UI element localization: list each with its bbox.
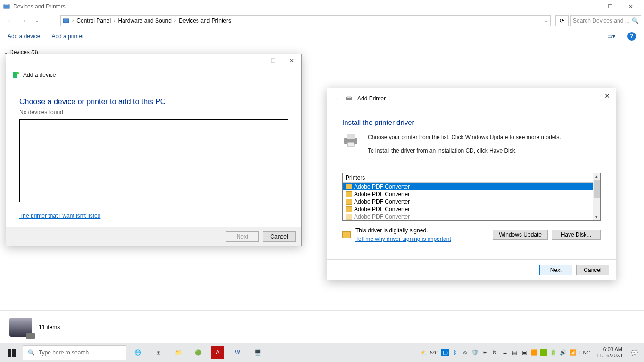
instruction-line-1: Choose your printer from the list. Click… bbox=[368, 133, 561, 142]
tray-icon[interactable]: ▤ bbox=[511, 349, 518, 356]
device-list[interactable] bbox=[19, 119, 288, 202]
chevron-right-icon: › bbox=[72, 18, 74, 23]
dialog-body: Choose a device or printer to add to thi… bbox=[6, 79, 301, 227]
news-widget-icon[interactable]: 🌐 bbox=[128, 343, 147, 362]
printer-item[interactable]: Adobe PDF Converter bbox=[343, 213, 593, 220]
weather-widget[interactable]: ⛅ 6°C bbox=[421, 350, 438, 356]
devices-printers-icon bbox=[3, 3, 10, 10]
security-icon[interactable]: 🛡️ bbox=[471, 349, 479, 356]
next-button: Next bbox=[226, 231, 259, 242]
refresh-button[interactable]: ⟳ bbox=[555, 15, 569, 26]
svg-rect-6 bbox=[347, 96, 351, 98]
printers-listbox[interactable]: Printers Adobe PDF Converter Adobe PDF C… bbox=[342, 173, 601, 221]
sync-icon[interactable]: ↻ bbox=[491, 349, 498, 356]
driver-signing-link[interactable]: Tell me why driver signing is important bbox=[355, 236, 451, 242]
printer-item[interactable]: Adobe PDF Converter bbox=[343, 198, 593, 206]
printer-item[interactable]: Adobe PDF Converter bbox=[343, 183, 593, 190]
up-button[interactable]: ↑ bbox=[44, 15, 56, 26]
taskbar-search[interactable]: 🔍 Type here to search bbox=[23, 345, 126, 360]
certificate-icon bbox=[342, 231, 351, 238]
search-input[interactable]: Search Devices and ... 🔍 bbox=[570, 15, 641, 26]
minimize-button[interactable]: ─ bbox=[579, 0, 600, 13]
svg-rect-3 bbox=[13, 72, 17, 78]
scroll-down-button[interactable]: ▾ bbox=[593, 214, 600, 220]
search-placeholder: Search Devices and ... bbox=[573, 17, 630, 24]
notifications-button[interactable]: 💬 bbox=[628, 343, 641, 362]
dialog-label-row: Add a device bbox=[6, 67, 301, 79]
dialog-footer: Next Cancel bbox=[327, 259, 616, 280]
window-controls: ─ ☐ ✕ bbox=[579, 0, 641, 13]
battery-icon[interactable]: 🔋 bbox=[549, 349, 557, 356]
word-icon[interactable]: W bbox=[228, 343, 247, 362]
onedrive-icon[interactable]: ☁ bbox=[501, 349, 508, 356]
window-title: Devices and Printers bbox=[13, 3, 579, 10]
dialog-close-button[interactable]: ✕ bbox=[604, 92, 610, 99]
back-button[interactable]: ← bbox=[5, 15, 16, 26]
dialog-subtext: No devices found bbox=[19, 109, 288, 115]
svg-rect-9 bbox=[347, 142, 354, 146]
file-explorer-icon[interactable]: 📁 bbox=[169, 343, 188, 362]
cancel-button[interactable]: Cancel bbox=[263, 231, 296, 242]
breadcrumb-item[interactable]: Control Panel bbox=[76, 17, 111, 24]
next-button[interactable]: Next bbox=[539, 265, 572, 275]
scroll-up-button[interactable]: ▴ bbox=[593, 173, 600, 180]
window-titlebar: Devices and Printers ─ ☐ ✕ bbox=[0, 0, 644, 13]
printer-item[interactable]: Adobe PDF Converter bbox=[343, 190, 593, 198]
breadcrumb-item[interactable]: Hardware and Sound bbox=[118, 17, 171, 24]
dialog-heading: Choose a device or printer to add to thi… bbox=[19, 98, 288, 106]
control-panel-icon[interactable]: 🖥️ bbox=[248, 343, 267, 362]
tray-icon[interactable]: ☀ bbox=[481, 349, 488, 356]
recent-locations-button[interactable]: ⌄ bbox=[31, 15, 42, 26]
windows-update-button[interactable]: Windows Update bbox=[493, 230, 548, 240]
chrome-icon[interactable]: 🟢 bbox=[189, 343, 207, 362]
maximize-button[interactable]: ☐ bbox=[600, 0, 620, 13]
item-count: 11 items bbox=[39, 324, 60, 330]
search-icon: 🔍 bbox=[28, 349, 35, 356]
nvidia-icon[interactable] bbox=[540, 349, 547, 356]
tray-icon[interactable]: ▢ bbox=[441, 349, 449, 356]
dialog-titlebar: ─ ☐ ✕ bbox=[6, 54, 301, 67]
scroll-thumb[interactable] bbox=[594, 180, 600, 198]
start-button[interactable] bbox=[0, 343, 23, 362]
tray-icon[interactable]: ▣ bbox=[520, 349, 528, 356]
driver-signing-row: This driver is digitally signed. Tell me… bbox=[342, 227, 601, 242]
language-indicator[interactable]: ENG bbox=[579, 350, 591, 355]
column-header-printers[interactable]: Printers bbox=[343, 173, 593, 183]
devices-printers-icon bbox=[63, 17, 69, 24]
driver-icon bbox=[346, 206, 352, 212]
back-button[interactable]: ← bbox=[334, 95, 340, 102]
svg-rect-8 bbox=[347, 134, 355, 139]
content-area: ⌄ Devices (3) ─ ☐ ✕ Add a device Choose … bbox=[0, 44, 644, 308]
adobe-reader-icon[interactable]: A bbox=[211, 346, 224, 359]
add-device-link[interactable]: Add a device bbox=[8, 33, 40, 40]
dialog-minimize-button[interactable]: ─ bbox=[245, 54, 264, 67]
wifi-icon[interactable]: 📶 bbox=[569, 349, 577, 356]
tray-icon[interactable]: ⎋ bbox=[461, 349, 469, 356]
instruction-line-2: To install the driver from an installati… bbox=[368, 147, 561, 156]
address-dropdown-button[interactable]: ⌄ bbox=[545, 18, 548, 23]
add-printer-link[interactable]: Add a printer bbox=[51, 33, 84, 40]
help-button[interactable]: ? bbox=[627, 32, 636, 41]
breadcrumb-item[interactable]: Devices and Printers bbox=[179, 17, 231, 24]
have-disk-button[interactable]: Have Disk... bbox=[552, 230, 601, 240]
view-options-button[interactable]: ▭▾ bbox=[606, 32, 616, 41]
search-icon: 🔍 bbox=[632, 17, 639, 24]
task-view-button[interactable]: ⊞ bbox=[149, 343, 168, 362]
clock-date: 11/16/2023 bbox=[596, 353, 622, 359]
scrollbar[interactable]: ▴ ▾ bbox=[593, 173, 600, 220]
printer-icon bbox=[345, 95, 353, 102]
breadcrumb-bar[interactable]: › Control Panel › Hardware and Sound › D… bbox=[60, 15, 551, 26]
tray-icon[interactable]: 🟧 bbox=[530, 349, 538, 356]
bluetooth-icon[interactable]: ᛒ bbox=[451, 349, 459, 356]
taskbar: 🔍 Type here to search 🌐 ⊞ 📁 🟢 A W 🖥️ ⛅ 6… bbox=[0, 343, 644, 362]
clock[interactable]: 6:08 AM 11/16/2023 bbox=[594, 346, 625, 359]
cancel-button[interactable]: Cancel bbox=[576, 265, 609, 275]
printer-large-icon bbox=[342, 133, 359, 147]
printer-item[interactable]: Adobe PDF Converter bbox=[343, 206, 593, 213]
forward-button[interactable]: → bbox=[18, 15, 29, 26]
printer-not-listed-link[interactable]: The printer that I want isn't listed bbox=[19, 213, 100, 219]
close-button[interactable]: ✕ bbox=[620, 0, 641, 13]
volume-icon[interactable]: 🔊 bbox=[559, 349, 567, 356]
dialog-heading: Install the printer driver bbox=[342, 118, 601, 126]
dialog-close-button[interactable]: ✕ bbox=[282, 54, 301, 67]
